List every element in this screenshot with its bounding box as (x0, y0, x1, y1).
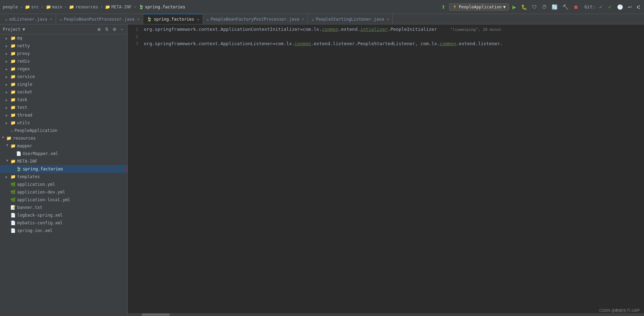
sidebar-collapse-btn[interactable]: ⇅ (104, 26, 110, 33)
scrollbar-thumb[interactable] (142, 314, 170, 316)
breadcrumb-people[interactable]: people (3, 5, 18, 9)
tab-pbfpp-close[interactable]: ✕ (302, 17, 304, 21)
build-button[interactable]: 🔨 (561, 3, 570, 10)
folder-icon-service: 📁 (10, 74, 16, 79)
tab-edlistener-close[interactable]: ✕ (50, 17, 52, 21)
arrow-utils: ▶ (6, 121, 9, 125)
folder-icon-test: 📁 (10, 105, 16, 110)
tree-item-resources[interactable]: ▶ 📁 resources (0, 134, 127, 142)
tab-peoplebeanpostprocessor[interactable]: ☕ PeopleBeanPostProcessor.java ✕ (56, 14, 144, 24)
tree-item-springfactories[interactable]: ▶ 🍃 spring.factories ← (0, 165, 127, 173)
arrow-test: ▶ (6, 106, 9, 110)
breadcrumb-resources[interactable]: 📁 resources (69, 5, 98, 9)
sidebar-minus-btn[interactable]: − (119, 26, 125, 33)
folder-icon-task: 📁 (10, 97, 16, 102)
tree-item-appLocalyml[interactable]: ▶ 🌿 application-local.yml (0, 196, 127, 204)
folder-icon-mq: 📁 (10, 36, 16, 41)
line1-conmon: conmon (322, 27, 338, 32)
run-config-selector[interactable]: 🏃 PeopleApplication ▼ (449, 3, 509, 10)
git-checkmark1[interactable]: ✓ (597, 3, 604, 10)
tree-item-single[interactable]: ▶ 📁 single (0, 80, 127, 88)
reload-button[interactable]: 🔄 (550, 3, 559, 10)
tree-item-thread[interactable]: ▶ 📁 thread (0, 111, 127, 119)
line-content-3: org.springframework.context.ApplicationL… (142, 40, 644, 47)
tree-item-templates[interactable]: ▶ 📁 templates (0, 173, 127, 181)
tree-item-netty[interactable]: ▶ 📁 netty (0, 42, 127, 50)
tab-peoplebeanfactorypostprocessor[interactable]: ☕ PeopleBeanFactoryPostProcessor.java ✕ (203, 14, 308, 24)
tab-psl-close[interactable]: ✕ (387, 17, 389, 21)
arrow-service: ▶ (6, 75, 9, 79)
stop-button[interactable]: ⏹ (572, 3, 580, 10)
arrow-mq: ▶ (6, 36, 9, 40)
arrow-templates: ▶ (6, 175, 9, 179)
main-label: main (52, 5, 62, 9)
tab-peoplestartinglistener[interactable]: ☕ PeopleStartingListener.java ✕ (308, 14, 393, 24)
label-test: test (17, 105, 27, 110)
tree-item-appdevyml[interactable]: ▶ 🌿 application-dev.yml (0, 188, 127, 196)
sidebar-settings-btn[interactable]: ⚙ (111, 26, 118, 33)
vcs-update-button[interactable]: ⬆ (440, 3, 447, 10)
label-netty: netty (17, 43, 30, 48)
tree-item-proxy[interactable]: ▶ 📁 proxy (0, 50, 127, 57)
tree-item-usermapper[interactable]: ▶ 📄 UserMapper.xml (0, 150, 127, 157)
sidebar-sync-btn[interactable]: ⊕ (96, 26, 102, 33)
tree-item-springioc[interactable]: ▶ 📄 spring-ioc.xml (0, 227, 127, 234)
tree-item-logback[interactable]: ▶ 📄 logback-spring.xml (0, 211, 127, 219)
yml-icon-app: 🌿 (10, 182, 16, 187)
run-button[interactable]: ▶ (511, 3, 518, 10)
line-number-1: 1 (128, 26, 142, 33)
tab-sf-close[interactable]: ✕ (197, 17, 199, 21)
tree-item-peopleapp[interactable]: ▶ ☕ PeopleApplication (0, 127, 127, 134)
breadcrumb-springfactories[interactable]: 🍃 spring.factories (139, 5, 186, 9)
tree-item-appyml[interactable]: ▶ 🌿 application.yml (0, 181, 127, 188)
tree-item-bannertxt[interactable]: ▶ 📝 banner.txt (0, 204, 127, 211)
label-mq: mq (17, 36, 22, 41)
arrow-resources: ▶ (1, 136, 5, 140)
line-number-3: 3 (128, 40, 142, 47)
folder-icon-thread: 📁 (10, 113, 16, 118)
tree-item-mybatis[interactable]: ▶ 📄 mybatis-config.xml (0, 219, 127, 227)
label-templates: templates (17, 174, 40, 179)
folder-icon-metainf-tree: 📁 (10, 159, 16, 164)
tree-item-service[interactable]: ▶ 📁 service (0, 73, 127, 80)
springfactories-label: spring.factories (145, 5, 186, 9)
xml-icon-usermapper: 📄 (16, 151, 21, 156)
breadcrumb-src[interactable]: 📁 src (25, 5, 39, 9)
tab-pbpp-close[interactable]: ✕ (137, 17, 139, 21)
src-label: src (31, 5, 39, 9)
tree-item-mapper[interactable]: ▶ 📁 mapper (0, 142, 127, 150)
red-arrow-annotation: ← (125, 165, 128, 173)
tree-item-task[interactable]: ▶ 📁 task (0, 96, 127, 104)
label-peopleapp: PeopleApplication (14, 128, 57, 133)
breadcrumb-metainf[interactable]: 📁 META-INF (105, 5, 132, 9)
line1-key: org.springframework.context.ApplicationC… (144, 27, 300, 32)
coverage-button[interactable]: 🛡 (531, 3, 538, 10)
tree-item-redis[interactable]: ▶ 📁 redis (0, 57, 127, 65)
tab-edlistener[interactable]: ☕ edListener.java ✕ (1, 14, 56, 24)
tab-springfactories[interactable]: 🍃 spring.factories ✕ (143, 14, 203, 24)
tree-item-mq[interactable]: ▶ 📁 mq (0, 34, 127, 42)
arrow-mapper: ▶ (6, 144, 9, 148)
git-branches[interactable]: ⑆ (636, 3, 641, 10)
label-socket: socket (17, 90, 32, 94)
line3-equals: = (273, 41, 275, 46)
project-dropdown-icon[interactable]: ▼ (23, 27, 25, 32)
editor-scrollbar[interactable] (128, 313, 644, 316)
label-springfactories: spring.factories (23, 167, 63, 171)
debug-button[interactable]: 🐛 (520, 3, 528, 10)
breadcrumb-main[interactable]: 📁 main (46, 5, 62, 9)
tree-item-regex[interactable]: ▶ 📁 regex (0, 65, 127, 73)
tree-item-metainf[interactable]: ▶ 📁 META-INF (0, 157, 127, 165)
git-checkmark2[interactable]: ✓ (607, 3, 614, 10)
tree-item-socket[interactable]: ▶ 📁 socket (0, 88, 127, 96)
profile-button[interactable]: ⏱ (540, 3, 548, 10)
git-undo[interactable]: ↩ (626, 3, 634, 10)
tree-item-utils[interactable]: ▶ 📁 utils (0, 119, 127, 127)
label-regex: regex (17, 66, 30, 71)
tab-pbpp-icon: ☕ (59, 17, 62, 22)
label-appLocalyml: application-local.yml (17, 197, 70, 202)
git-history[interactable]: 🕐 (616, 3, 624, 10)
tab-pbfpp-label: PeopleBeanFactoryPostProcessor.java (211, 17, 299, 22)
tree-item-test[interactable]: ▶ 📁 test (0, 104, 127, 111)
java-icon-peopleapp: ☕ (10, 128, 13, 133)
